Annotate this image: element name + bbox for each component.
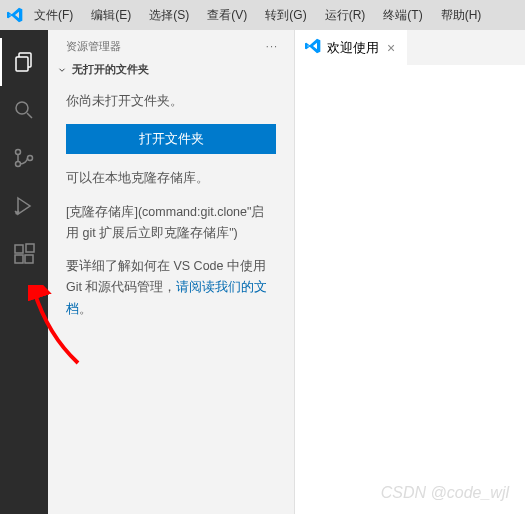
section-no-folder[interactable]: 无打开的文件夹 (48, 58, 294, 81)
activity-explorer[interactable] (0, 38, 48, 86)
msg-git-docs: 要详细了解如何在 VS Code 中使用 Git 和源代码管理，请阅读我们的文档… (66, 256, 276, 320)
activity-search[interactable] (0, 86, 48, 134)
menu-go[interactable]: 转到(G) (257, 3, 314, 28)
activity-run-debug[interactable] (0, 182, 48, 230)
close-icon[interactable]: × (385, 40, 397, 56)
svg-point-5 (16, 162, 21, 167)
vscode-logo-icon (305, 38, 321, 57)
svg-rect-8 (15, 245, 23, 253)
svg-rect-10 (25, 255, 33, 263)
svg-rect-11 (26, 244, 34, 252)
msg-clone-local: 可以在本地克隆存储库。 (66, 168, 276, 189)
svg-point-2 (16, 102, 28, 114)
menu-view[interactable]: 查看(V) (199, 3, 255, 28)
menu-help[interactable]: 帮助(H) (433, 3, 490, 28)
tabbar: 欢迎使用 × (295, 30, 525, 65)
activity-bar (0, 30, 48, 514)
watermark: CSDN @code_wjl (381, 484, 509, 502)
chevron-down-icon (56, 64, 68, 76)
tab-welcome[interactable]: 欢迎使用 × (295, 30, 407, 65)
activity-extensions[interactable] (0, 230, 48, 278)
menu-selection[interactable]: 选择(S) (141, 3, 197, 28)
sidebar-title: 资源管理器 (66, 39, 121, 54)
open-folder-button[interactable]: 打开文件夹 (66, 124, 276, 154)
svg-point-4 (16, 150, 21, 155)
menu-file[interactable]: 文件(F) (26, 3, 81, 28)
menubar: 文件(F) 编辑(E) 选择(S) 查看(V) 转到(G) 运行(R) 终端(T… (0, 0, 525, 30)
menu-terminal[interactable]: 终端(T) (375, 3, 430, 28)
explorer-sidebar: 资源管理器 ··· 无打开的文件夹 你尚未打开文件夹。 打开文件夹 可以在本地克… (48, 30, 295, 514)
sidebar-header: 资源管理器 ··· (48, 30, 294, 58)
sidebar-body: 你尚未打开文件夹。 打开文件夹 可以在本地克隆存储库。 [克隆存储库](comm… (48, 81, 294, 342)
msg-clone-cmd: [克隆存储库](command:git.clone"启用 git 扩展后立即克隆… (66, 202, 276, 245)
svg-line-3 (27, 113, 32, 118)
svg-rect-9 (15, 255, 23, 263)
main-layout: 资源管理器 ··· 无打开的文件夹 你尚未打开文件夹。 打开文件夹 可以在本地克… (0, 30, 525, 514)
tab-label: 欢迎使用 (327, 39, 379, 57)
msg-no-folder: 你尚未打开文件夹。 (66, 91, 276, 112)
activity-source-control[interactable] (0, 134, 48, 182)
menu-edit[interactable]: 编辑(E) (83, 3, 139, 28)
editor-area: 欢迎使用 × (295, 30, 525, 514)
svg-rect-1 (16, 57, 28, 71)
vscode-logo-icon (6, 6, 24, 24)
sidebar-more-icon[interactable]: ··· (262, 38, 282, 54)
menu-run[interactable]: 运行(R) (317, 3, 374, 28)
section-label: 无打开的文件夹 (72, 62, 149, 77)
